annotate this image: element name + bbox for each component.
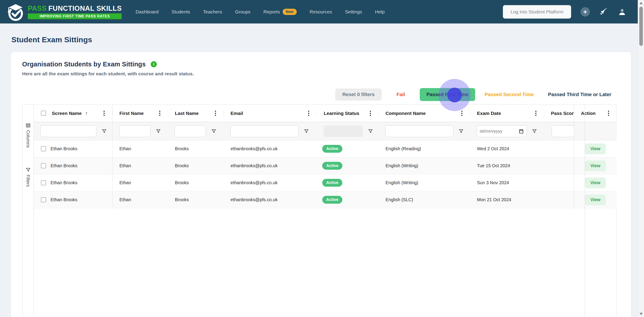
nav-item-help[interactable]: Help xyxy=(375,9,384,14)
table-row-cell: ethanbrooks@pfs.co.uk xyxy=(224,140,317,158)
columns-panel-label: Columns xyxy=(26,130,31,148)
header-learning-status[interactable]: Learning Status xyxy=(317,104,378,122)
table-row-cell: Active xyxy=(317,140,378,158)
nav-item-settings[interactable]: Settings xyxy=(345,9,362,14)
kebab-menu-icon[interactable] xyxy=(308,111,309,116)
table-row-cell: Wed 2 Oct 2024 xyxy=(470,140,544,158)
table-row-cell: Ethan Brooks xyxy=(34,158,112,174)
screen-name-filter-input[interactable] xyxy=(40,126,96,137)
brand-word-pass: PASS xyxy=(28,4,46,12)
row-checkbox[interactable] xyxy=(41,197,46,202)
kebab-menu-icon[interactable] xyxy=(535,111,536,116)
kebab-menu-icon[interactable] xyxy=(215,111,216,116)
select-all-checkbox[interactable] xyxy=(41,111,46,116)
header-action[interactable]: Action xyxy=(574,104,617,122)
filters-panel-button[interactable]: Filters xyxy=(26,168,31,187)
email-filter-input[interactable] xyxy=(230,126,298,137)
page-title: Student Exam Sittings xyxy=(12,35,92,44)
filter-funnel-icon[interactable] xyxy=(156,129,161,134)
scrollbar-thumb[interactable] xyxy=(639,7,643,46)
table-row-cell: Mon 21 Oct 2024 xyxy=(470,191,544,208)
filter-funnel-icon xyxy=(26,168,31,172)
filter-fail[interactable]: Fail xyxy=(396,92,405,98)
row-checkbox[interactable] xyxy=(41,163,46,168)
filters-panel-label: Filters xyxy=(26,174,31,187)
table-row-cell: Active xyxy=(317,191,378,208)
table-row-cell xyxy=(544,158,574,174)
scroll-down-arrow-icon[interactable] xyxy=(640,313,643,315)
login-student-platform-button[interactable]: Log into Student Platform xyxy=(503,5,571,18)
header-email[interactable]: Email xyxy=(224,104,317,122)
user-profile-icon[interactable] xyxy=(618,8,626,16)
filter-passed-second-time[interactable]: Passed Second Time xyxy=(484,92,534,98)
table-row-cell: Brooks xyxy=(168,191,224,208)
rocket-icon[interactable] xyxy=(599,8,608,16)
filter-funnel-icon[interactable] xyxy=(304,129,309,134)
header-last-name[interactable]: Last Name xyxy=(168,104,224,122)
header-screen-name[interactable]: Screen Name ↑ xyxy=(34,104,112,122)
nav-item-reports[interactable]: Reports New xyxy=(264,9,297,15)
table-row-cell: Brooks xyxy=(168,174,224,191)
header-first-name[interactable]: First Name xyxy=(112,104,168,122)
kebab-menu-icon[interactable] xyxy=(370,111,371,116)
info-icon[interactable]: i xyxy=(151,61,157,67)
top-navbar: PASSFUNCTIONAL SKILLS IMPROVING FIRST TI… xyxy=(0,0,644,24)
table-row-cell: Ethan xyxy=(112,191,168,208)
add-icon[interactable]: + xyxy=(580,7,590,16)
filter-funnel-icon[interactable] xyxy=(211,129,216,134)
header-pass-score[interactable]: Pass Score xyxy=(544,104,574,122)
table-row-cell: Sun 3 Nov 2024 xyxy=(470,174,544,191)
nav-item-teachers[interactable]: Teachers xyxy=(203,9,222,14)
nav-item-groups[interactable]: Groups xyxy=(235,9,250,14)
header-exam-date[interactable]: Exam Date xyxy=(470,104,544,122)
view-button[interactable]: View xyxy=(585,160,606,171)
kebab-menu-icon[interactable] xyxy=(159,111,160,116)
kebab-menu-icon[interactable] xyxy=(104,111,105,116)
scroll-up-arrow-icon[interactable] xyxy=(640,2,643,4)
filter-passed-third-time[interactable]: Passed Third Time or Later xyxy=(548,92,611,98)
nav-item-students[interactable]: Students xyxy=(172,9,190,14)
app-window: PASSFUNCTIONAL SKILLS IMPROVING FIRST TI… xyxy=(0,0,644,317)
kebab-menu-icon[interactable] xyxy=(461,111,462,116)
table-row-cell xyxy=(544,174,574,191)
filter-passed-first-time-button[interactable]: Passed First Time xyxy=(420,88,475,101)
table-row-cell: View xyxy=(574,158,617,174)
table-row-cell: Active xyxy=(317,158,378,174)
filter-cell-component-name xyxy=(378,122,470,140)
nav-item-dashboard[interactable]: Dashboard xyxy=(136,9,158,14)
row-checkbox[interactable] xyxy=(41,180,46,185)
reset-filters-button[interactable]: Reset 0 filters xyxy=(335,88,382,100)
filter-funnel-icon[interactable] xyxy=(459,129,464,134)
kebab-menu-icon[interactable] xyxy=(608,111,609,116)
table-row-cell: Ethan Brooks xyxy=(34,174,112,191)
filter-cell-email xyxy=(224,122,317,140)
sort-ascending-icon[interactable]: ↑ xyxy=(85,110,88,116)
filter-funnel-icon[interactable] xyxy=(368,129,373,134)
table-row-cell: Ethan Brooks xyxy=(34,191,112,208)
table-row-cell: ethanbrooks@pfs.co.uk xyxy=(224,174,317,191)
view-button[interactable]: View xyxy=(585,194,606,205)
table-row-cell: English (SLC) xyxy=(378,191,470,208)
table-row-cell: Tue 15 Oct 2024 xyxy=(470,158,544,174)
filter-funnel-icon[interactable] xyxy=(532,129,537,134)
page-scrollbar[interactable] xyxy=(638,0,644,317)
pass-score-filter-input[interactable] xyxy=(552,126,574,137)
header-component-name[interactable]: Component Name xyxy=(378,104,470,122)
result-filter-bar: Reset 0 filters Fail Passed First Time P… xyxy=(335,88,611,101)
filter-funnel-icon[interactable] xyxy=(102,129,107,134)
status-badge: Active xyxy=(322,162,342,170)
view-button[interactable]: View xyxy=(585,178,606,188)
brand-logo[interactable]: PASSFUNCTIONAL SKILLS IMPROVING FIRST TI… xyxy=(5,2,122,22)
component-name-filter-input[interactable] xyxy=(385,126,453,137)
last-name-filter-input[interactable] xyxy=(175,126,206,137)
row-checkbox[interactable] xyxy=(41,146,46,151)
view-button[interactable]: View xyxy=(585,144,606,154)
table-row-cell: Ethan xyxy=(112,140,168,158)
learning-status-filter-disabled-input xyxy=(324,126,363,137)
nav-item-resources[interactable]: Resources xyxy=(310,9,332,14)
first-name-filter-input[interactable] xyxy=(119,126,150,137)
calendar-icon[interactable] xyxy=(518,128,524,134)
table-row-cell xyxy=(544,140,574,158)
columns-panel-button[interactable]: Columns xyxy=(26,123,31,148)
table-row-cell: Ethan Brooks xyxy=(34,140,112,158)
